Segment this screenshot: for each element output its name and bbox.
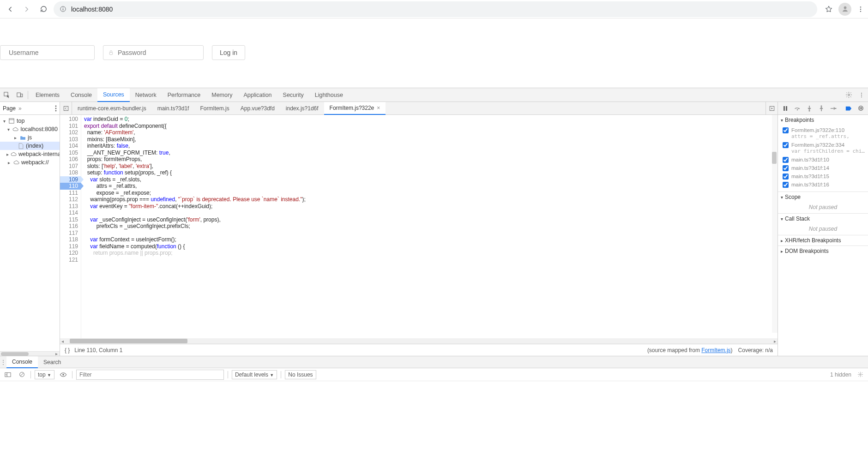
bookmark-star-icon[interactable] <box>825 5 833 13</box>
navigator-scrollbar[interactable]: ▸ <box>0 351 60 356</box>
close-tab-icon[interactable]: × <box>377 105 380 111</box>
file-tab[interactable]: runtime-core.esm-bundler.js <box>72 102 152 115</box>
pause-icon[interactable] <box>781 104 790 113</box>
breakpoint-item[interactable]: FormItem.js?322e:110attrs = _ref.attrs, <box>778 126 868 141</box>
line-number[interactable]: 121 <box>60 257 81 263</box>
breakpoint-item[interactable]: FormItem.js?322e:334var firstChildren = … <box>778 141 868 156</box>
line-number[interactable]: 109 <box>60 176 81 183</box>
devtools-tab-sources[interactable]: Sources <box>97 88 130 102</box>
browser-menu-icon[interactable] <box>857 6 864 13</box>
code-content[interactable]: var indexGuid = 0;export default defineC… <box>81 115 778 338</box>
device-toolbar-icon[interactable] <box>13 88 26 102</box>
navigator-menu-icon[interactable] <box>55 105 57 112</box>
reload-button[interactable] <box>37 3 50 16</box>
file-tab[interactable]: main.ts?3d1f <box>152 102 195 115</box>
settings-gear-icon[interactable] <box>842 88 855 102</box>
forward-button[interactable] <box>20 3 33 16</box>
console-sidebar-toggle-icon[interactable] <box>3 370 13 380</box>
navigator-pane-label[interactable]: Page <box>3 105 16 112</box>
pretty-print-icon[interactable]: { } <box>65 347 70 353</box>
line-number[interactable]: 107 <box>60 163 81 170</box>
line-number[interactable]: 118 <box>60 236 81 243</box>
tree-webpack[interactable]: ▸webpack:// <box>0 158 60 167</box>
console-output[interactable] <box>0 381 868 455</box>
address-bar[interactable]: localhost:8080 <box>54 1 817 17</box>
line-number[interactable]: 113 <box>60 203 81 210</box>
breakpoint-item[interactable]: main.ts?3d1f:15 <box>778 172 868 180</box>
profile-avatar[interactable] <box>838 3 851 16</box>
breakpoint-checkbox[interactable] <box>783 165 789 171</box>
history-nav-icon[interactable] <box>60 102 72 115</box>
line-number[interactable]: 115 <box>60 216 81 223</box>
tree-js-folder[interactable]: ▸js <box>0 133 60 142</box>
drawer-handle-icon[interactable]: ⋮ <box>0 359 6 365</box>
callstack-header[interactable]: ▾Call Stack <box>778 214 868 224</box>
devtools-tab-lighthouse[interactable]: Lighthouse <box>309 88 349 102</box>
breakpoint-checkbox[interactable] <box>783 142 789 148</box>
console-filter-input[interactable] <box>76 370 224 380</box>
line-number[interactable]: 116 <box>60 223 81 230</box>
log-levels-selector[interactable]: Default levels ▼ <box>232 370 277 379</box>
line-number[interactable]: 120 <box>60 250 81 257</box>
console-settings-icon[interactable] <box>855 370 865 380</box>
username-field[interactable] <box>0 45 95 60</box>
devtools-tab-network[interactable]: Network <box>130 88 162 102</box>
tree-webpack-internal[interactable]: ▸webpack-internal <box>0 150 60 158</box>
breakpoint-checkbox[interactable] <box>783 157 789 163</box>
line-number[interactable]: 110 <box>60 183 81 190</box>
breakpoint-checkbox[interactable] <box>783 127 789 133</box>
file-tree[interactable]: ▾top ▾localhost:8080 ▸js (index) ▸webpac… <box>0 115 60 351</box>
devtools-menu-icon[interactable] <box>855 88 868 102</box>
file-tab[interactable]: FormItem.js?322e× <box>324 102 386 115</box>
line-number[interactable]: 103 <box>60 136 81 143</box>
devtools-tab-memory[interactable]: Memory <box>206 88 238 102</box>
line-gutter[interactable]: 1001011021031041051061071081091101111121… <box>60 115 81 338</box>
line-number[interactable]: 102 <box>60 129 81 136</box>
breakpoint-item[interactable]: main.ts?3d1f:10 <box>778 156 868 164</box>
drawer-tab-search[interactable]: Search <box>38 356 66 368</box>
breakpoints-header[interactable]: ▾Breakpoints <box>778 115 868 125</box>
line-number[interactable]: 111 <box>60 190 81 197</box>
breakpoint-item[interactable]: main.ts?3d1f:14 <box>778 164 868 172</box>
step-out-icon[interactable] <box>817 104 826 113</box>
step-icon[interactable] <box>829 104 838 113</box>
editor-vertical-scrollbar[interactable] <box>772 115 778 333</box>
run-snippet-icon[interactable] <box>766 102 778 115</box>
issues-button[interactable]: No Issues <box>285 370 316 379</box>
line-number[interactable]: 105 <box>60 150 81 156</box>
devtools-tab-application[interactable]: Application <box>238 88 277 102</box>
tree-top[interactable]: ▾top <box>0 117 60 125</box>
tree-host[interactable]: ▾localhost:8080 <box>0 125 60 133</box>
username-input[interactable] <box>9 49 90 56</box>
back-button[interactable] <box>4 3 17 16</box>
step-into-icon[interactable] <box>805 104 814 113</box>
xhr-header[interactable]: ▸XHR/fetch Breakpoints <box>778 235 868 245</box>
file-tab[interactable]: App.vue?3dfd <box>235 102 280 115</box>
breakpoint-item[interactable]: main.ts?3d1f:16 <box>778 180 868 189</box>
scope-header[interactable]: ▾Scope <box>778 192 868 202</box>
source-map-link[interactable]: FormItem.js <box>701 347 730 353</box>
login-button[interactable]: Log in <box>212 45 245 60</box>
line-number[interactable]: 101 <box>60 123 81 130</box>
file-tab[interactable]: index.js?1d6f <box>280 102 324 115</box>
deactivate-breakpoints-icon[interactable] <box>844 104 853 113</box>
drawer-tab-console[interactable]: Console <box>6 356 38 368</box>
file-tab[interactable]: FormItem.js <box>194 102 235 115</box>
live-expression-icon[interactable] <box>58 370 68 380</box>
editor-horizontal-scrollbar[interactable]: ◂▸ <box>60 338 778 344</box>
password-input[interactable] <box>118 49 199 56</box>
dom-header[interactable]: ▸DOM Breakpoints <box>778 246 868 256</box>
site-info-icon[interactable] <box>59 6 66 13</box>
devtools-tab-elements[interactable]: Elements <box>30 88 65 102</box>
pause-on-exceptions-icon[interactable] <box>856 104 865 113</box>
password-field[interactable] <box>103 45 204 60</box>
devtools-tab-performance[interactable]: Performance <box>162 88 206 102</box>
breakpoint-checkbox[interactable] <box>783 174 789 180</box>
tree-index-file[interactable]: (index) <box>0 142 60 150</box>
line-number[interactable]: 119 <box>60 243 81 250</box>
line-number[interactable]: 117 <box>60 230 81 237</box>
devtools-tab-security[interactable]: Security <box>277 88 309 102</box>
code-editor[interactable]: 1001011021031041051061071081091101111121… <box>60 115 778 338</box>
line-number[interactable]: 106 <box>60 156 81 163</box>
breakpoint-checkbox[interactable] <box>783 182 789 188</box>
